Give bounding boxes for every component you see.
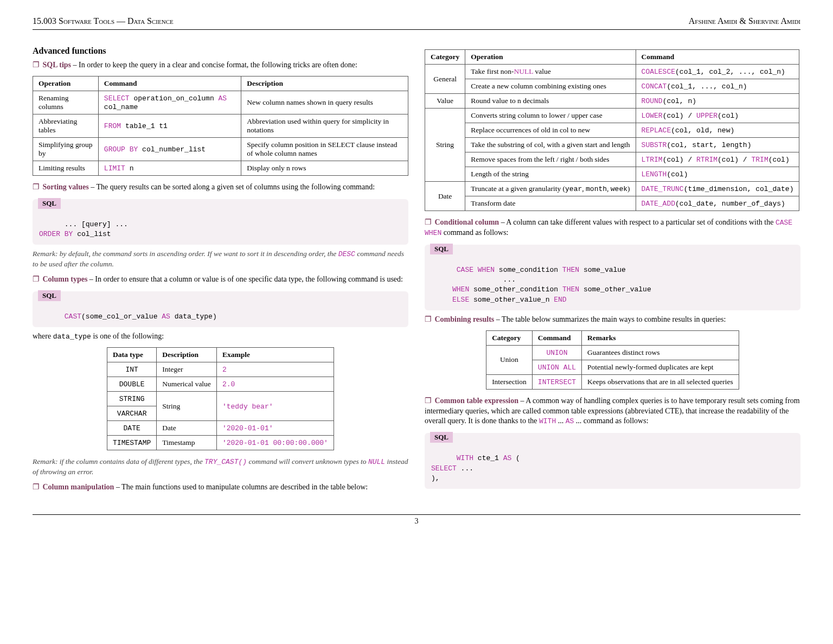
table-row: TIMESTAMPTimestamp'2020-01-01 00:00:00.0… [107, 436, 334, 450]
sorting-text: – The query results can be sorted along … [89, 183, 375, 191]
table-header: Description [157, 348, 217, 362]
types-table: Data typeDescriptionExampleINTInteger2DO… [107, 347, 334, 450]
left-column: Advanced functions ❐ SQL tips – In order… [33, 46, 408, 498]
conditional-label: Conditional column [435, 218, 499, 226]
page-header: 15.003 Software Tools — Data Science Afs… [33, 16, 800, 30]
table-header: Command [636, 50, 799, 65]
combining-para: ❐ Combining results – The table below su… [425, 315, 800, 325]
table-row: GeneralTake first non-NULL valueCOALESCE… [425, 65, 799, 79]
bullet-icon: ❐ [33, 61, 40, 69]
coltypes-text: – In order to ensure that a column or va… [87, 275, 403, 283]
table-row: DateTruncate at a given granularity (yea… [425, 182, 799, 196]
content-columns: Advanced functions ❐ SQL tips – In order… [33, 46, 800, 498]
colmanip-text: – The main functions used to manipulate … [114, 483, 368, 491]
combine-table: CategoryCommandRemarksUnionUNIONGuarante… [486, 330, 739, 390]
code-lang: SQL [38, 290, 61, 301]
bullet-icon: ❐ [425, 218, 432, 226]
table-row: ValueRound value to n decimalsROUND(col,… [425, 94, 799, 109]
coltypes-para: ❐ Column types – In order to ensure that… [33, 275, 408, 285]
table-row: DATEDate'2020-01-01' [107, 421, 334, 436]
table-header: Operation [33, 76, 99, 91]
table-header: Data type [107, 348, 157, 362]
table-row: IntersectionINTERSECTKeeps observations … [486, 374, 739, 389]
types-remark: Remark: if the column contains data of d… [33, 457, 408, 477]
coltypes-after: where data_type is one of the following: [33, 331, 408, 342]
table-header: Operation [465, 50, 636, 65]
table-row: UnionUNIONGuarantees distinct rows [486, 345, 739, 360]
conditional-para: ❐ Conditional column – A column can take… [425, 218, 800, 238]
sorting-remark: Remark: by default, the command sorts in… [33, 249, 408, 269]
header-left: 15.003 Software Tools — Data Science [33, 16, 174, 26]
table-header: Description [241, 76, 408, 91]
code-lang: SQL [430, 432, 453, 443]
func-table: CategoryOperationCommandGeneralTake firs… [425, 49, 799, 211]
sql-tips-label: SQL tips [43, 61, 72, 69]
combining-label: Combining results [435, 315, 495, 323]
table-row: Transform dateDATE_ADD(col_date, number_… [425, 196, 799, 211]
bullet-icon: ❐ [33, 275, 40, 283]
bullet-icon: ❐ [33, 183, 40, 191]
bullet-icon: ❐ [425, 397, 432, 405]
conditional-code: SQLCASE WHEN some_condition THEN some_va… [425, 245, 800, 310]
table-row: StringConverts string column to lower / … [425, 109, 799, 123]
sorting-code: SQL... [query] ... ORDER BY col_list [33, 199, 408, 245]
table-row: INTInteger2 [107, 362, 334, 377]
coltypes-code: SQLCAST(some_col_or_value AS data_type) [33, 291, 408, 327]
section-title: Advanced functions [33, 46, 408, 56]
sorting-para: ❐ Sorting values – The query results can… [33, 182, 408, 193]
code-lang: SQL [38, 198, 61, 209]
right-column: CategoryOperationCommandGeneralTake firs… [425, 46, 800, 498]
table-row: Length of the stringLENGTH(col) [425, 167, 799, 182]
table-row: Limiting resultsLIMIT nDisplay only n ro… [33, 161, 408, 175]
bullet-icon: ❐ [425, 315, 432, 323]
table-row: STRINGString'teddy bear' [107, 392, 334, 406]
colmanip-label: Column manipulation [43, 483, 114, 491]
table-header: Category [425, 50, 465, 65]
table-row: Replace occurrences of old in col to new… [425, 123, 799, 138]
cte-label: Common table expression [435, 397, 519, 405]
table-header: Example [216, 348, 334, 362]
table-row: Remove spaces from the left / right / bo… [425, 152, 799, 167]
code-lang: SQL [430, 244, 453, 254]
table-row: Simplifying group byGROUP BY col_number_… [33, 137, 408, 161]
table-row: Renaming columnsSELECT operation_on_colu… [33, 91, 408, 114]
cte-code: SQLWITH cte_1 AS ( SELECT ... ), [425, 433, 800, 489]
sorting-label: Sorting values [43, 183, 89, 191]
table-row: Take the substring of col, with a given … [425, 138, 799, 152]
page-footer: 3 [33, 514, 800, 526]
table-header: Command [98, 76, 241, 91]
header-right: Afshine Amidi & Shervine Amidi [689, 16, 800, 26]
tips-table: OperationCommandDescriptionRenaming colu… [33, 76, 408, 176]
coltypes-label: Column types [43, 275, 88, 283]
sql-tips-para: ❐ SQL tips – In order to keep the query … [33, 60, 408, 71]
page-number: 3 [415, 517, 419, 525]
combining-text: – The table below summarizes the main wa… [494, 315, 726, 323]
table-header: Remarks [582, 330, 739, 345]
table-row: Create a new column combining existing o… [425, 79, 799, 94]
table-header: Command [532, 330, 581, 345]
table-header: Category [486, 330, 533, 345]
colmanip-para: ❐ Column manipulation – The main functio… [33, 482, 408, 493]
table-row: DOUBLENumerical value2.0 [107, 377, 334, 392]
cte-para: ❐ Common table expression – A common way… [425, 396, 800, 427]
bullet-icon: ❐ [33, 483, 40, 491]
table-row: Abbreviating tablesFROM table_1 t1Abbrev… [33, 114, 408, 137]
sql-tips-text: – In order to keep the query in a clear … [71, 61, 357, 69]
